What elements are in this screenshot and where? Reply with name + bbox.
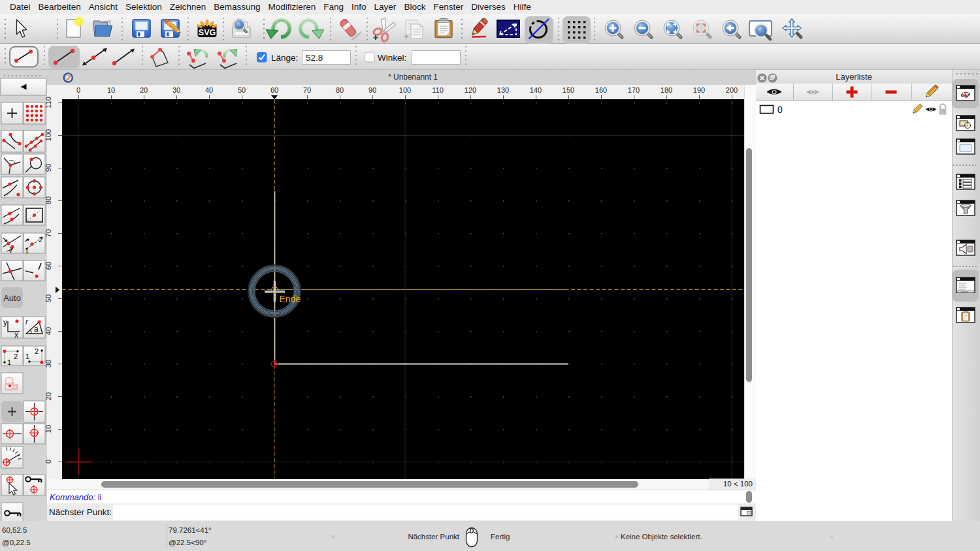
svg-text:@22.5<90°: @22.5<90°	[169, 539, 206, 546]
svg-text:Länge:: Länge:	[271, 53, 298, 63]
svg-text:Ende: Ende	[280, 294, 301, 304]
svg-text:2: 2	[14, 353, 18, 360]
svg-text:0: 0	[777, 104, 783, 115]
svg-text:2: 2	[35, 347, 39, 355]
svg-text:SVG: SVG	[199, 28, 216, 37]
svg-text:Auto: Auto	[3, 293, 21, 303]
svg-text:x: x	[14, 330, 18, 339]
svg-text:60,52.5: 60,52.5	[2, 526, 27, 534]
svg-text:Winkel:: Winkel:	[378, 53, 406, 63]
svg-text:52.8: 52.8	[306, 53, 323, 63]
svg-text:1: 1	[25, 353, 29, 360]
svg-text:Nächster Punkt: Nächster Punkt	[408, 533, 459, 541]
svg-text:1: 1	[7, 358, 11, 366]
svg-text:Keine Objekte selektiert.: Keine Objekte selektiert.	[621, 533, 702, 541]
svg-text:@0,22.5: @0,22.5	[2, 539, 31, 546]
svg-text:Fertig: Fertig	[491, 533, 510, 541]
svg-text:y: y	[3, 318, 7, 327]
svg-text:79.7261<41°: 79.7261<41°	[169, 526, 212, 534]
svg-text:a: a	[34, 324, 39, 334]
svg-text:command: command	[960, 291, 969, 293]
